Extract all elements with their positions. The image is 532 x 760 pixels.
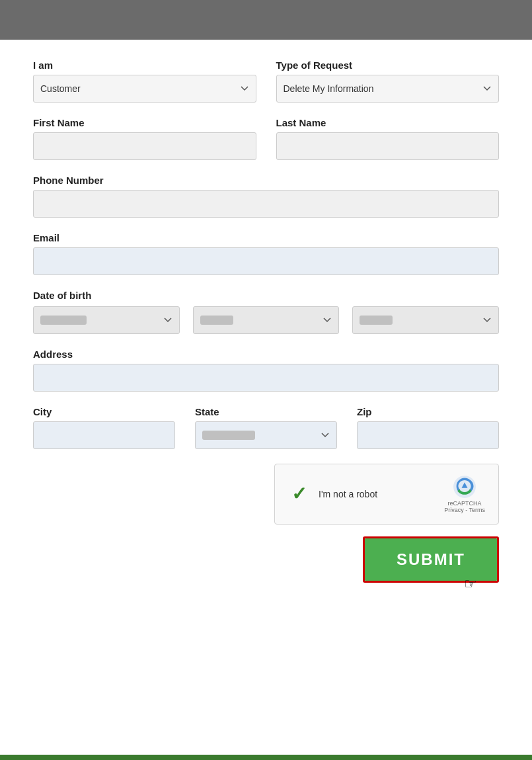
lastname-input[interactable] <box>276 132 500 160</box>
type-select-wrapper[interactable]: Delete My Information <box>276 75 500 103</box>
recaptcha-text: I'm not a robot <box>319 489 377 499</box>
state-select[interactable] <box>195 421 337 449</box>
group-iam: I am Customer <box>33 60 256 103</box>
submit-button[interactable]: SUBMIT <box>365 538 497 581</box>
dob-day-group <box>193 306 340 334</box>
recaptcha-checkmark: ✓ <box>288 484 309 505</box>
label-address: Address <box>33 349 499 360</box>
recaptcha-label: reCAPTCHA <box>448 500 482 507</box>
dob-month-select[interactable] <box>33 306 180 334</box>
group-phone: Phone Number <box>33 175 499 218</box>
iam-select[interactable]: Customer <box>33 75 256 103</box>
group-email: Email <box>33 232 499 275</box>
recaptcha-right: reCAPTCHA Privacy - Terms <box>444 475 485 513</box>
state-placeholder <box>202 431 255 440</box>
label-iam: I am <box>33 60 256 71</box>
row-city-state-zip: City State Zip <box>33 406 499 449</box>
dob-section: Date of birth <box>33 290 499 334</box>
dob-month-placeholder <box>40 316 87 325</box>
form-container: I am Customer Type of Request Delete My … <box>0 40 532 755</box>
row-address: Address <box>33 349 499 392</box>
address-input[interactable] <box>33 364 499 392</box>
dob-day-placeholder <box>200 316 233 325</box>
email-input[interactable] <box>33 247 499 275</box>
group-lastname: Last Name <box>276 117 500 160</box>
group-type: Type of Request Delete My Information <box>276 60 500 103</box>
firstname-input[interactable] <box>33 132 256 160</box>
label-city: City <box>33 406 175 417</box>
dob-year-placeholder <box>360 316 393 325</box>
cursor-icon: ☞ <box>464 575 477 593</box>
top-bar <box>0 0 532 40</box>
recaptcha-links: Privacy - Terms <box>444 507 485 513</box>
submit-button-wrapper: SUBMIT ☞ <box>363 536 499 583</box>
label-dob: Date of birth <box>33 290 499 301</box>
recaptcha-logo-icon <box>453 475 476 499</box>
label-zip: Zip <box>357 406 499 417</box>
dob-month-wrapper[interactable] <box>33 306 180 334</box>
row-phone: Phone Number <box>33 175 499 218</box>
row-iam-type: I am Customer Type of Request Delete My … <box>33 60 499 103</box>
dob-row <box>33 306 499 334</box>
group-state: State <box>195 406 337 449</box>
zip-input[interactable] <box>357 421 499 449</box>
group-firstname: First Name <box>33 117 256 160</box>
phone-input[interactable] <box>33 190 499 218</box>
dob-day-wrapper[interactable] <box>193 306 340 334</box>
recaptcha-left: ✓ I'm not a robot <box>288 484 377 505</box>
dob-year-group <box>352 306 499 334</box>
recaptcha-row: ✓ I'm not a robot reCAPTCHA Privacy - Te… <box>33 464 499 525</box>
iam-select-wrapper[interactable]: Customer <box>33 75 256 103</box>
state-select-wrapper[interactable] <box>195 421 337 449</box>
recaptcha-container: ✓ I'm not a robot reCAPTCHA Privacy - Te… <box>274 464 499 525</box>
type-value: Delete My Information <box>284 83 374 94</box>
dob-year-wrapper[interactable] <box>352 306 499 334</box>
type-select[interactable]: Delete My Information <box>276 75 500 103</box>
label-email: Email <box>33 232 499 243</box>
page-wrapper: I am Customer Type of Request Delete My … <box>0 0 532 760</box>
group-address: Address <box>33 349 499 392</box>
row-name: First Name Last Name <box>33 117 499 160</box>
recaptcha-box[interactable]: ✓ I'm not a robot reCAPTCHA Privacy - Te… <box>274 464 499 525</box>
checkmark-icon: ✓ <box>291 485 307 503</box>
label-type: Type of Request <box>276 60 500 71</box>
city-input[interactable] <box>33 421 175 449</box>
label-firstname: First Name <box>33 117 256 128</box>
group-city: City <box>33 406 175 449</box>
iam-value: Customer <box>40 83 81 94</box>
row-email: Email <box>33 232 499 275</box>
label-lastname: Last Name <box>276 117 500 128</box>
submit-row: SUBMIT ☞ <box>33 536 499 583</box>
label-phone: Phone Number <box>33 175 499 186</box>
label-state: State <box>195 406 337 417</box>
group-zip: Zip <box>357 406 499 449</box>
dob-year-select[interactable] <box>352 306 499 334</box>
dob-day-select[interactable] <box>193 306 340 334</box>
dob-month-group <box>33 306 180 334</box>
bottom-bar <box>0 755 532 760</box>
